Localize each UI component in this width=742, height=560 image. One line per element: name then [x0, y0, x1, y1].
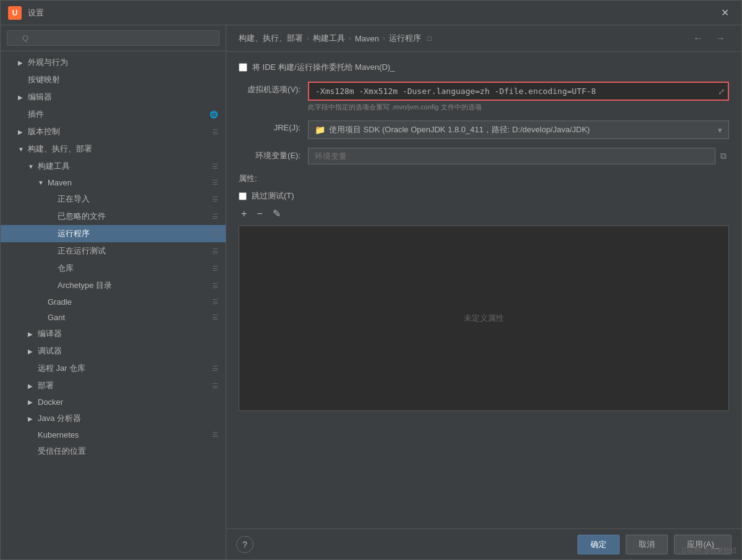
breadcrumb-build[interactable]: 构建、执行、部署 [239, 33, 303, 44]
sidebar-item-compiler[interactable]: ▶ 编译器 [1, 325, 226, 342]
edit-property-button[interactable]: ✎ [270, 206, 283, 221]
properties-empty-area: 未定义属性 [239, 226, 729, 411]
sidebar-item-ignored-files[interactable]: 已忽略的文件 ☰ [1, 208, 226, 225]
arrow-icon: ▶ [28, 331, 38, 337]
sidebar-item-trusted-locations[interactable]: 受信任的位置 [1, 443, 226, 460]
back-button[interactable]: ← [689, 32, 707, 45]
storage-icon: ☰ [212, 313, 218, 321]
sidebar-item-docker[interactable]: ▶ Docker [1, 394, 226, 410]
sidebar-item-label: 插件 [28, 109, 207, 120]
sidebar-item-label: Kubernetes [38, 430, 210, 439]
storage-icon: ☰ [212, 163, 218, 171]
env-vars-row: 环境变量(E): ⧉ [239, 148, 729, 164]
props-toolbar: + − ✎ [239, 206, 729, 221]
arrow-icon: ▶ [28, 415, 38, 422]
help-button[interactable]: ? [236, 536, 254, 553]
sidebar-item-running-tests[interactable]: 正在运行测试 ☰ [1, 242, 226, 260]
jre-label: JRE(J): [239, 121, 301, 132]
breadcrumb-sep: › [349, 34, 351, 43]
skip-tests-row: 跳过测试(T) [239, 190, 729, 202]
vm-options-row: 虚拟机选项(V): ⤢ 此字段中指定的选项会重写 .mvn/jvm.config… [239, 82, 729, 112]
close-button[interactable]: ✕ [716, 4, 734, 21]
sidebar-item-editor[interactable]: ▶ 编辑器 [1, 88, 226, 106]
breadcrumb-sep: › [383, 34, 385, 43]
sidebar-item-debugger[interactable]: ▶ 调试器 [1, 342, 226, 360]
storage-icon: ☰ [212, 282, 218, 290]
delegate-label: 将 IDE 构建/运行操作委托给 Maven(D)_ [252, 62, 394, 73]
sidebar-item-label: Gant [48, 313, 210, 322]
bottom-bar: ? 确定 取消 应用(A)_ [226, 528, 741, 559]
sidebar-item-plugins[interactable]: 插件 🌐 [1, 106, 226, 123]
sidebar-item-label: Archetype 目录 [58, 280, 210, 291]
sidebar-item-gant[interactable]: Gant ☰ [1, 310, 226, 325]
storage-icon: ☰ [212, 382, 218, 390]
sidebar-item-label: 运行程序 [58, 228, 210, 239]
sidebar-item-vcs[interactable]: ▶ 版本控制 ☰ [1, 123, 226, 140]
storage-icon: ☰ [212, 265, 218, 273]
properties-title: 属性: [239, 173, 729, 184]
env-vars-input[interactable] [308, 148, 715, 164]
storage-icon: ☰ [212, 179, 218, 187]
arrow-icon: ▶ [28, 348, 38, 355]
breadcrumb-sep: › [307, 34, 309, 43]
title-bar: U 设置 ✕ [1, 1, 741, 25]
sidebar-item-appearance[interactable]: ▶ 外观与行为 [1, 54, 226, 71]
breadcrumb-tools[interactable]: 构建工具 [313, 33, 345, 44]
sidebar-item-repositories[interactable]: 仓库 ☰ [1, 260, 226, 277]
edit-icon: □ [427, 34, 432, 43]
sidebar-item-gradle[interactable]: Gradle ☰ [1, 294, 226, 310]
sidebar-item-label: Maven [48, 178, 210, 187]
search-input[interactable] [7, 30, 220, 46]
sidebar-item-build[interactable]: ▼ 构建、执行、部署 [1, 140, 226, 158]
dropdown-icon: ▾ [718, 125, 722, 135]
env-copy-button[interactable]: ⧉ [718, 148, 729, 164]
apply-button[interactable]: 应用(A)_ [674, 535, 731, 554]
vm-options-wrap: ⤢ 此字段中指定的选项会重写 .mvn/jvm.config 文件中的选项 [308, 82, 729, 112]
sidebar-item-build-tools[interactable]: ▼ 构建工具 ☰ [1, 158, 226, 175]
sidebar-item-label: 部署 [38, 380, 210, 391]
sync-icon: 🌐 [210, 111, 218, 119]
expand-icon[interactable]: ⤢ [718, 87, 725, 96]
vm-input-wrap: ⤢ [308, 82, 729, 101]
sidebar-item-label: 版本控制 [28, 126, 210, 137]
storage-icon: ☰ [212, 431, 218, 439]
arrow-icon: ▼ [38, 179, 48, 186]
jre-value: 使用项目 SDK (Oracle OpenJDK 1.8.0_411，路径: D… [329, 124, 590, 135]
confirm-button[interactable]: 确定 [578, 535, 620, 554]
remove-property-button[interactable]: − [254, 207, 265, 221]
jre-select[interactable]: 📁 使用项目 SDK (Oracle OpenJDK 1.8.0_411，路径:… [308, 121, 729, 139]
jre-folder-icon: 📁 [315, 125, 325, 135]
sidebar-item-remote-jar[interactable]: 远程 Jar 仓库 ☰ [1, 360, 226, 377]
skip-tests-checkbox[interactable] [239, 192, 247, 200]
sidebar-item-label: 仓库 [58, 263, 210, 274]
sidebar-item-keymap[interactable]: 按键映射 [1, 71, 226, 88]
arrow-icon: ▼ [18, 146, 28, 153]
forward-button[interactable]: → [712, 32, 729, 45]
window-title: 设置 [28, 7, 716, 19]
vm-options-input[interactable] [308, 82, 729, 101]
add-property-button[interactable]: + [239, 207, 249, 221]
breadcrumb-runner[interactable]: 运行程序 [389, 33, 421, 44]
sidebar-item-importing[interactable]: 正在导入 ☰ [1, 190, 226, 208]
settings-window: U 设置 ✕ 🔍 ▶ 外观与行为 按键映射 [0, 0, 742, 560]
delegate-checkbox-row: 将 IDE 构建/运行操作委托给 Maven(D)_ [239, 62, 729, 73]
sidebar-item-archetype[interactable]: Archetype 目录 ☰ [1, 277, 226, 294]
cancel-button[interactable]: 取消 [626, 535, 668, 554]
storage-icon: ☰ [212, 247, 218, 255]
delegate-checkbox[interactable] [239, 63, 247, 72]
env-vars-label: 环境变量(E): [239, 148, 301, 161]
sidebar-item-runner[interactable]: 运行程序 ☰ [1, 225, 226, 242]
env-vars-wrap: ⧉ [308, 148, 729, 164]
breadcrumb-maven[interactable]: Maven [355, 34, 379, 43]
sidebar-item-kubernetes[interactable]: Kubernetes ☰ [1, 427, 226, 443]
sidebar-item-java-profiler[interactable]: ▶ Java 分析器 [1, 410, 226, 427]
sidebar-item-maven[interactable]: ▼ Maven ☰ [1, 175, 226, 190]
sidebar-item-label: 构建、执行、部署 [28, 143, 218, 155]
sidebar-item-label: 调试器 [38, 346, 218, 357]
sidebar-item-label: 构建工具 [38, 161, 210, 172]
sidebar-item-deployment[interactable]: ▶ 部署 ☰ [1, 377, 226, 394]
arrow-icon: ▶ [18, 59, 28, 66]
arrow-icon: ▶ [18, 129, 28, 135]
vm-options-hint: 此字段中指定的选项会重写 .mvn/jvm.config 文件中的选项 [308, 103, 729, 112]
sidebar-item-label: 受信任的位置 [38, 446, 218, 457]
